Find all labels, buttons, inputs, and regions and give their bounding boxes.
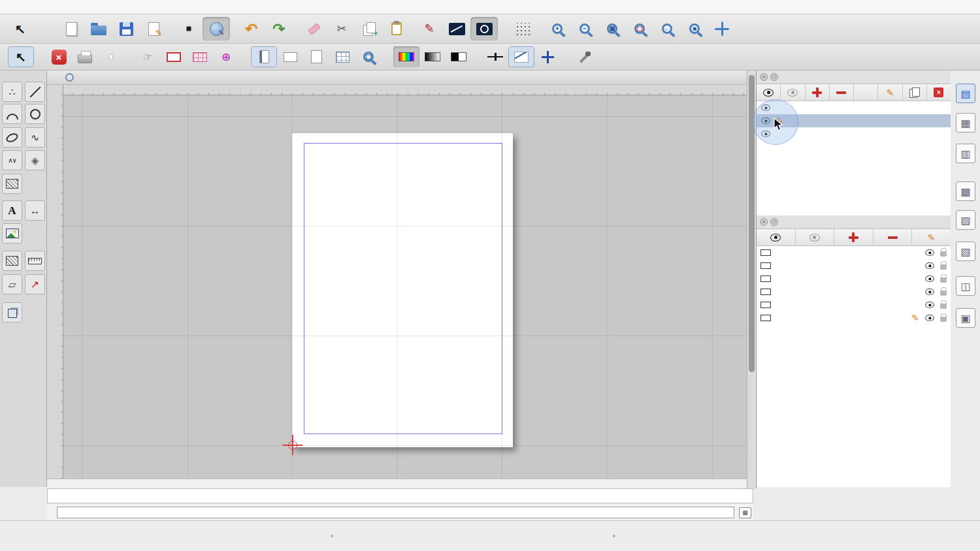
visibility-eye-icon[interactable] — [761, 118, 770, 124]
command-input[interactable] — [57, 507, 734, 518]
cut-button[interactable]: ✂ — [328, 17, 355, 40]
text-tool[interactable]: A — [2, 200, 22, 221]
layer-lock-icon[interactable] — [940, 317, 947, 322]
document-window-icon[interactable] — [65, 73, 74, 82]
command-history-toggle-icon[interactable]: ◫ — [956, 276, 975, 296]
red-grid-button[interactable] — [187, 46, 213, 67]
layer-color-swatch[interactable] — [760, 302, 771, 308]
layer-lock-icon[interactable] — [940, 251, 947, 257]
drawing-canvas[interactable] — [63, 95, 747, 479]
svg-export-button[interactable] — [175, 17, 203, 40]
block-edit-button[interactable] — [203, 17, 230, 40]
layer-lock-icon[interactable] — [940, 264, 947, 270]
scrollbar-thumb[interactable] — [749, 75, 755, 372]
edit-block-button[interactable]: ✎ — [878, 84, 902, 101]
command-options-icon[interactable]: ▩ — [739, 507, 751, 518]
layer-eye-icon[interactable] — [925, 315, 934, 321]
vertical-scrollbar[interactable] — [747, 71, 756, 488]
layer-row-borde[interactable] — [757, 272, 951, 285]
grid-toggle-button[interactable] — [508, 17, 536, 40]
close-panel-icon[interactable]: × — [760, 73, 768, 81]
zoom-page-button[interactable]: ▢ — [355, 46, 382, 67]
layer-eye-icon[interactable] — [925, 249, 934, 256]
pan-button[interactable] — [708, 17, 736, 40]
block-row-model[interactable] — [757, 101, 951, 114]
toggle-all-visibility-button[interactable] — [796, 229, 835, 245]
layer-row-defpoints[interactable] — [757, 298, 951, 311]
layer-row-centro[interactable] — [757, 285, 951, 298]
detach-panel-icon[interactable]: □ — [770, 73, 778, 81]
polyline-tool[interactable]: ∧∨ — [2, 150, 22, 170]
block-row-layout1[interactable]: ✎ — [757, 114, 951, 127]
zoom-out-button[interactable]: − — [571, 17, 598, 40]
paper-landscape-button[interactable] — [277, 46, 303, 67]
layer-eye-icon[interactable] — [925, 289, 934, 295]
drawing-bounds-button[interactable] — [161, 46, 187, 67]
measure-tool[interactable] — [25, 251, 45, 271]
zoom-in-button[interactable]: + — [544, 17, 571, 40]
line-tool[interactable] — [25, 82, 45, 102]
toggle-visibility-button[interactable] — [757, 229, 796, 245]
color-select-button[interactable] — [393, 46, 419, 67]
dimension-tool[interactable]: ↔ — [25, 200, 45, 221]
zoom-auto-button[interactable]: ▣ — [598, 17, 626, 40]
print-button[interactable] — [72, 46, 98, 67]
layer-lock-icon[interactable] — [940, 277, 947, 283]
circle-tool[interactable] — [25, 104, 45, 124]
layer-eye-icon[interactable] — [925, 302, 934, 308]
layer-list-toggle-icon[interactable]: ▥ — [956, 144, 975, 163]
toggle-visibility-button[interactable] — [757, 84, 781, 101]
clipboard-panel-toggle-icon[interactable]: ▣ — [956, 308, 975, 328]
property-editor-toggle-icon[interactable]: ▤ — [956, 84, 975, 103]
duplicate-block-button[interactable] — [903, 84, 927, 101]
image-tool[interactable] — [2, 223, 22, 244]
gradient-button[interactable] — [419, 46, 446, 67]
pdf-export-button[interactable] — [98, 46, 124, 67]
solid-tool[interactable] — [2, 302, 22, 323]
selection-filter-toggle-icon[interactable]: ▨ — [956, 210, 975, 230]
detach-panel-icon[interactable]: □ — [770, 218, 778, 226]
line-segment-button[interactable] — [443, 17, 470, 40]
add-layer-button[interactable] — [834, 229, 874, 245]
visibility-eye-icon[interactable] — [761, 131, 770, 137]
draw-pen-button[interactable]: ✎ — [416, 17, 443, 40]
paste-button[interactable] — [383, 17, 410, 40]
layer-color-swatch[interactable] — [760, 262, 771, 269]
open-file-button[interactable] — [85, 17, 112, 40]
point-tool[interactable]: ∴ — [2, 82, 22, 102]
zoom-selection-button[interactable]: ▢ — [626, 17, 653, 40]
remove-layer-button[interactable] — [874, 229, 913, 245]
layer-color-swatch[interactable] — [760, 276, 771, 282]
layer-row-acotaciones[interactable] — [757, 259, 951, 272]
add-block-button[interactable] — [806, 84, 830, 101]
modify-tool[interactable]: ▱ — [2, 274, 22, 294]
visibility-eye-icon[interactable] — [761, 104, 770, 111]
zoom-previous-button[interactable]: ← — [653, 17, 681, 40]
edit-drawing-button[interactable] — [140, 17, 167, 40]
pattern-tool[interactable] — [2, 251, 22, 271]
layer-row-0[interactable] — [757, 246, 951, 259]
layer-color-swatch[interactable] — [760, 315, 771, 321]
crosshair-button[interactable] — [534, 46, 561, 67]
grid-table-button[interactable] — [329, 46, 355, 67]
zoom-window-button[interactable]: ■ — [681, 17, 708, 40]
paper-portrait-button[interactable] — [251, 46, 277, 67]
close-panel-icon[interactable]: × — [760, 218, 768, 226]
edit-layer-button[interactable]: ✎ — [912, 229, 951, 245]
remove-block-button[interactable] — [830, 84, 854, 101]
library-browser-toggle-icon[interactable]: ▧ — [956, 242, 975, 261]
layer-row-visible[interactable]: ✎ — [757, 311, 951, 324]
close-drawing-button[interactable]: × — [46, 46, 72, 67]
block-list-toggle-icon[interactable]: ▦ — [956, 113, 975, 133]
linetype-button[interactable] — [508, 46, 534, 67]
selection-pointer-button-2[interactable]: ↖ — [8, 46, 34, 67]
layer-color-swatch[interactable] — [760, 289, 771, 295]
purge-block-button[interactable]: × — [927, 84, 951, 101]
undo-button[interactable]: ↶ — [238, 17, 265, 40]
rename-block-button[interactable] — [854, 84, 878, 101]
tools-button[interactable] — [571, 46, 597, 67]
toggle-all-visibility-button[interactable] — [781, 84, 805, 101]
page-number-button[interactable] — [303, 46, 329, 67]
block-row-borde[interactable] — [757, 127, 951, 140]
pan-hand-button[interactable]: ☞ — [135, 46, 161, 67]
